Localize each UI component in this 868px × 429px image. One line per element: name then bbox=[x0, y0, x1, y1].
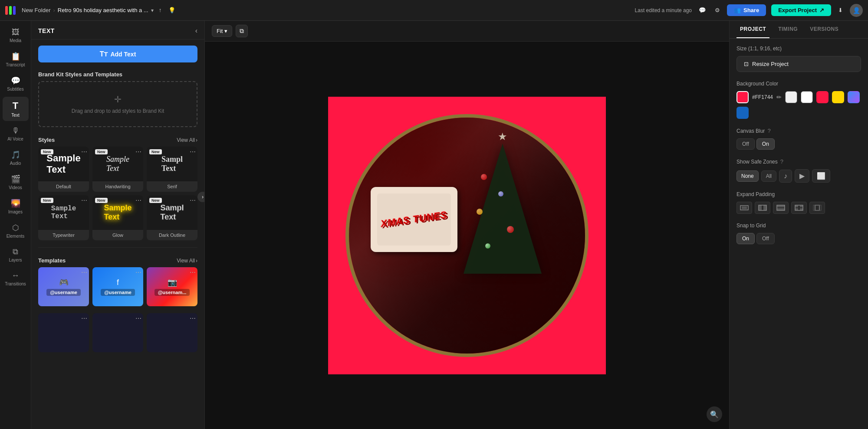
tab-timing[interactable]: TIMING bbox=[775, 21, 801, 38]
elements-label: Elements bbox=[7, 234, 25, 239]
style-card-default[interactable]: New ⋯ SampleText Default bbox=[38, 147, 89, 192]
template-menu-facebook[interactable]: ⋯ bbox=[135, 269, 141, 276]
template-menu-discord[interactable]: ⋯ bbox=[81, 269, 87, 276]
blur-off-button[interactable]: Off bbox=[736, 138, 755, 150]
template-menu-extra2[interactable]: ⋯ bbox=[135, 315, 141, 322]
canvas-viewport[interactable]: ★ XMAS TUNES bbox=[205, 42, 729, 429]
fit-label: Fit bbox=[217, 28, 223, 34]
bg-swatch-red[interactable] bbox=[736, 91, 749, 103]
tab-versions[interactable]: VERSIONS bbox=[806, 21, 842, 38]
comment-button[interactable]: 💬 bbox=[697, 5, 708, 15]
sidebar-item-layers[interactable]: ⧉ Layers bbox=[3, 244, 29, 266]
template-card-facebook[interactable]: ⋯ f @username bbox=[92, 267, 143, 306]
template-menu-extra3[interactable]: ⋯ bbox=[190, 315, 196, 322]
bg-swatch-blue[interactable] bbox=[736, 107, 749, 119]
user-avatar[interactable]: 👤 bbox=[850, 4, 863, 17]
bulb-icon-button[interactable]: 💡 bbox=[167, 5, 178, 15]
padding-btn-2[interactable] bbox=[755, 202, 770, 214]
padding-btn-3[interactable] bbox=[773, 202, 789, 214]
bg-swatch-gradient[interactable] bbox=[848, 91, 860, 103]
template-menu-extra1[interactable]: ⋯ bbox=[81, 315, 87, 322]
padding-icon-2 bbox=[758, 205, 767, 211]
canvas-frame: ★ XMAS TUNES bbox=[328, 97, 606, 374]
resize-project-button[interactable]: ⊡ Resize Project bbox=[736, 56, 861, 72]
template-card-extra3[interactable]: ⋯ bbox=[147, 313, 197, 352]
style-card-serif[interactable]: New ⋯ SamplText Serif bbox=[147, 147, 197, 192]
style-menu-darkoutline[interactable]: ⋯ bbox=[190, 197, 196, 204]
template-menu-instagram[interactable]: ⋯ bbox=[190, 269, 196, 276]
blur-on-button[interactable]: On bbox=[756, 138, 775, 150]
bg-swatch-red2[interactable] bbox=[816, 91, 829, 103]
canvas-copy-button[interactable]: ⧉ bbox=[236, 25, 248, 37]
sidebar-item-elements[interactable]: ⬡ Elements bbox=[3, 219, 29, 242]
share-button[interactable]: 👥 Share bbox=[727, 4, 766, 16]
download-button[interactable]: ⬇ bbox=[836, 5, 845, 15]
snap-off-button[interactable]: Off bbox=[756, 233, 775, 244]
tab-project[interactable]: PROJECT bbox=[736, 21, 769, 38]
settings-button[interactable]: ⚙ bbox=[713, 5, 722, 15]
style-preview-handwriting: New ⋯ SampleText bbox=[92, 147, 143, 181]
sidebar-item-text[interactable]: T Text bbox=[3, 97, 29, 121]
snap-on-button[interactable]: On bbox=[736, 233, 755, 244]
safe-zone-youtube-button[interactable]: ▶ bbox=[795, 169, 809, 183]
bg-swatch-white[interactable] bbox=[785, 91, 797, 103]
template-card-extra2[interactable]: ⋯ bbox=[92, 313, 143, 352]
style-menu-handwriting[interactable]: ⋯ bbox=[135, 148, 141, 155]
style-label-glow: Glow bbox=[92, 230, 143, 240]
sidebar-item-images[interactable]: 🌄 Images bbox=[3, 195, 29, 218]
bg-swatch-yellow[interactable] bbox=[832, 91, 844, 103]
templates-view-all-button[interactable]: View All › bbox=[177, 258, 197, 264]
title-dropdown-icon[interactable]: ▾ bbox=[151, 7, 154, 13]
add-text-button[interactable]: Tᴛ Add Text bbox=[38, 46, 197, 62]
style-menu-typewriter[interactable]: ⋯ bbox=[81, 197, 87, 204]
panel-collapse-button[interactable]: ‹ bbox=[195, 27, 197, 35]
sidebar-item-audio[interactable]: 🎵 Audio bbox=[3, 147, 29, 169]
fit-button[interactable]: Fit ▾ bbox=[212, 25, 232, 37]
project-title[interactable]: Retro 90s holiday aesthetic with a ... bbox=[58, 7, 148, 13]
upload-button[interactable]: ↑ bbox=[157, 5, 164, 15]
export-arrow-icon: ↗ bbox=[819, 7, 824, 13]
template-card-instagram[interactable]: ⋯ 📷 @usernam... bbox=[147, 267, 197, 306]
padding-btn-5[interactable] bbox=[809, 202, 825, 214]
export-button[interactable]: Export Project ↗ bbox=[771, 4, 831, 16]
new-badge-default: New bbox=[41, 149, 53, 154]
style-card-handwriting[interactable]: New ⋯ SampleText Handwriting bbox=[92, 147, 143, 192]
brand-kit-dropzone[interactable]: ✛ Drag and drop to add styles to Brand K… bbox=[38, 81, 197, 127]
sample-text-darkoutline: SamplText bbox=[160, 203, 184, 222]
images-label: Images bbox=[8, 210, 23, 214]
padding-btn-4[interactable] bbox=[791, 202, 807, 214]
bg-color-hex: #FF1744 bbox=[752, 94, 773, 100]
template-card-extra1[interactable]: ⋯ bbox=[38, 313, 89, 352]
style-card-typewriter[interactable]: New ⋯ SampleText Typewriter bbox=[38, 195, 89, 240]
subtitles-icon: 💬 bbox=[11, 76, 20, 85]
bg-color-edit-button[interactable]: ✏ bbox=[776, 94, 782, 101]
sidebar-item-videos[interactable]: 🎬 Videos bbox=[3, 171, 29, 193]
template-card-discord[interactable]: ⋯ 🎮 @username bbox=[38, 267, 89, 306]
bg-swatch-white2[interactable] bbox=[801, 91, 813, 103]
style-menu-serif[interactable]: ⋯ bbox=[190, 148, 196, 155]
folder-name[interactable]: New Folder bbox=[22, 7, 50, 13]
sidebar-item-media[interactable]: 🖼 Media bbox=[3, 24, 29, 46]
sidebar-item-transitions[interactable]: ↔ Transitions bbox=[3, 268, 29, 290]
layers-icon: ⧉ bbox=[13, 247, 18, 256]
style-menu-glow[interactable]: ⋯ bbox=[135, 197, 141, 204]
sidebar-item-subtitles[interactable]: 💬 Subtitles bbox=[3, 72, 29, 95]
style-menu-default[interactable]: ⋯ bbox=[81, 148, 87, 155]
style-card-darkoutline[interactable]: New ⋯ SamplText Dark Outline bbox=[147, 195, 197, 240]
safe-zones-section: Show Safe Zones ? None All ♪ ▶ ⬜ bbox=[736, 158, 861, 183]
safe-zones-label: Show Safe Zones bbox=[736, 159, 778, 165]
sample-text-typewriter: SampleText bbox=[51, 205, 76, 220]
styles-view-all-button[interactable]: View All › bbox=[177, 137, 197, 143]
safe-zone-tiktok-button[interactable]: ♪ bbox=[779, 170, 792, 183]
style-card-glow[interactable]: New ⋯ SampleText Glow bbox=[92, 195, 143, 240]
sidebar-item-transcript[interactable]: 📋 Transcript bbox=[3, 48, 29, 71]
safe-zone-instagram-button[interactable]: ⬜ bbox=[812, 169, 830, 183]
padding-btn-1[interactable] bbox=[736, 202, 752, 214]
safe-zone-all-button[interactable]: All bbox=[761, 170, 776, 182]
sidebar-item-ai-voice[interactable]: 🎙 AI Voice bbox=[3, 123, 29, 145]
safe-zone-none-button[interactable]: None bbox=[736, 170, 759, 182]
styles-next-button[interactable]: › bbox=[197, 192, 205, 202]
new-badge-handwriting: New bbox=[95, 149, 108, 154]
bg-color-label: Background Color bbox=[736, 81, 861, 87]
canvas-search-button[interactable]: 🔍 bbox=[707, 406, 722, 422]
